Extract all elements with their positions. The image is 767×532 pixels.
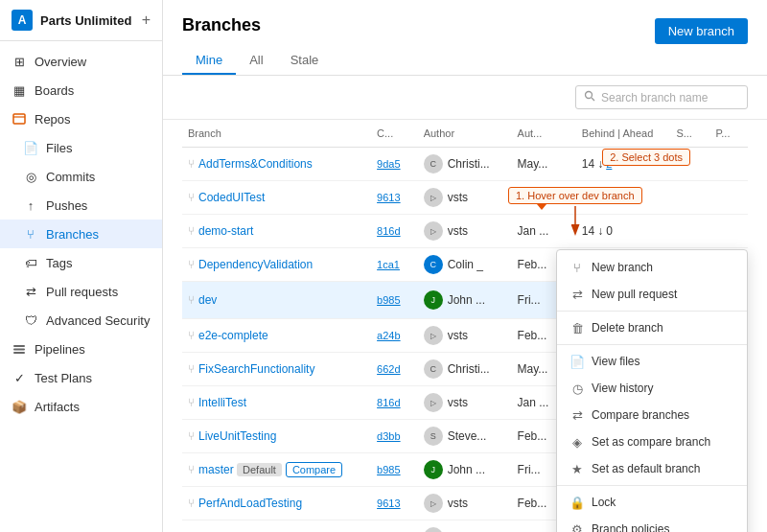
branch-icon: ⑂ xyxy=(188,157,195,171)
col-commit: C... xyxy=(371,120,418,148)
author-name: vsts xyxy=(448,329,468,342)
behind-count: 14 xyxy=(582,191,594,204)
advanced-security-icon: 🛡 xyxy=(23,312,38,328)
menu-item-compare-branches[interactable]: ⇄ Compare branches xyxy=(557,402,747,428)
sidebar-item-test-plans[interactable]: ✓ Test Plans xyxy=(0,363,162,392)
branch-icon: ⑂ xyxy=(188,396,195,409)
sidebar-item-boards-label: Boards xyxy=(35,83,74,98)
sidebar-item-test-plans-label: Test Plans xyxy=(35,371,92,385)
tab-all[interactable]: All xyxy=(236,47,276,75)
menu-item-lock-label: Lock xyxy=(592,496,616,509)
commit-link[interactable]: b985 xyxy=(377,294,400,306)
branch-name[interactable]: e2e-complete xyxy=(198,329,268,342)
branch-icon: ⑂ xyxy=(188,497,195,510)
sidebar-item-commits[interactable]: ◎ Commits xyxy=(0,162,162,191)
branch-icon: ⑂ xyxy=(188,293,195,307)
sidebar-item-branches[interactable]: ⑂ Branches xyxy=(0,220,162,248)
ahead-count[interactable]: 1 xyxy=(606,192,612,203)
new-branch-button[interactable]: New branch xyxy=(655,18,748,44)
menu-item-branch-policies[interactable]: ⚙ Branch policies xyxy=(557,516,747,532)
commit-link[interactable]: 816d xyxy=(377,397,400,408)
branch-name[interactable]: dev xyxy=(198,293,217,307)
branch-name[interactable]: FixSearchFunctionality xyxy=(198,362,314,376)
branch-icon: ⑂ xyxy=(188,463,195,476)
ahead-count[interactable]: 2 xyxy=(606,158,612,170)
separator: ↓ xyxy=(597,157,603,171)
menu-item-delete-branch[interactable]: 🗑 Delete branch 3. Select deletebranch xyxy=(557,314,747,341)
branch-name[interactable]: IntelliTest xyxy=(198,396,246,409)
branch-policies-menu-icon: ⚙ xyxy=(570,522,584,532)
sidebar-item-pull-requests[interactable]: ⇄ Pull requests xyxy=(0,277,162,306)
app-logo: A xyxy=(12,10,33,31)
commit-link[interactable]: d3bb xyxy=(377,430,400,442)
context-menu: ⑂ New branch ⇄ New pull request 🗑 Delete… xyxy=(556,249,748,532)
sidebar: A Parts Unlimited + ⊞ Overview ▦ Boards … xyxy=(0,0,163,532)
sidebar-item-artifacts-label: Artifacts xyxy=(35,400,80,414)
test-plans-icon: ✓ xyxy=(12,370,27,385)
menu-item-set-compare-branch-label: Set as compare branch xyxy=(592,435,710,449)
boards-icon: ▦ xyxy=(12,82,27,98)
branch-name[interactable]: master xyxy=(198,463,234,476)
menu-item-new-pull-request[interactable]: ⇄ New pull request xyxy=(557,281,747,308)
menu-item-new-pull-request-label: New pull request xyxy=(592,288,677,301)
sidebar-item-tags[interactable]: 🏷 Tags xyxy=(0,248,162,277)
search-icon xyxy=(584,90,595,104)
sidebar-item-repos[interactable]: Repos xyxy=(0,104,162,133)
branch-name[interactable]: LiveUnitTesting xyxy=(198,429,276,443)
tab-mine[interactable]: Mine xyxy=(182,47,236,75)
avatar: ▷ xyxy=(424,393,443,412)
branch-name[interactable]: DependencyValidation xyxy=(198,258,313,271)
new-branch-menu-icon: ⑂ xyxy=(570,261,584,274)
commit-link[interactable]: 816d xyxy=(377,225,400,237)
menu-item-new-branch-label: New branch xyxy=(592,261,653,274)
sidebar-item-pull-requests-label: Pull requests xyxy=(46,285,118,299)
page-header: Branches New branch Mine All Stale xyxy=(163,0,767,76)
branch-name[interactable]: PerfAndLoadTesting xyxy=(198,497,302,510)
sidebar-item-files[interactable]: 📄 Files xyxy=(0,133,162,162)
menu-item-view-history[interactable]: ◷ View history xyxy=(557,375,747,402)
sidebar-item-boards[interactable]: ▦ Boards xyxy=(0,76,162,104)
commit-link[interactable]: 662d xyxy=(377,363,400,375)
sidebar-item-pipelines[interactable]: Pipelines xyxy=(0,335,162,363)
menu-item-new-branch[interactable]: ⑂ New branch xyxy=(557,254,747,281)
pushes-icon: ↑ xyxy=(23,197,38,213)
tab-stale[interactable]: Stale xyxy=(277,47,333,75)
date-cell: Feb... xyxy=(512,181,576,215)
compare-tag[interactable]: Compare xyxy=(286,462,342,477)
avatar: C xyxy=(424,255,443,274)
svg-rect-4 xyxy=(13,352,25,354)
commit-link[interactable]: 1ca1 xyxy=(377,259,400,270)
svg-rect-2 xyxy=(13,345,25,347)
search-placeholder: Search branch name xyxy=(601,91,708,104)
commit-link[interactable]: 9613 xyxy=(377,192,400,203)
commit-link[interactable]: 9613 xyxy=(377,497,400,509)
sidebar-item-advanced-security[interactable]: 🛡 Advanced Security xyxy=(0,306,162,335)
branch-name[interactable]: AddTerms&Conditions xyxy=(198,157,313,171)
branch-name[interactable]: demo-start xyxy=(198,224,253,238)
sidebar-item-artifacts[interactable]: 📦 Artifacts xyxy=(0,392,162,421)
compare-branches-menu-icon: ⇄ xyxy=(570,408,584,422)
menu-item-set-compare-branch[interactable]: ◈ Set as compare branch xyxy=(557,428,747,455)
menu-item-view-files[interactable]: 📄 View files xyxy=(557,348,747,375)
search-box[interactable]: Search branch name xyxy=(575,85,748,109)
add-project-icon[interactable]: + xyxy=(142,12,151,29)
commit-link[interactable]: 9da5 xyxy=(377,158,400,170)
commit-link[interactable]: a24b xyxy=(377,330,400,341)
author-name: John ... xyxy=(448,463,485,476)
behind-count: 14 xyxy=(582,157,594,171)
branch-icon: ⑂ xyxy=(188,329,195,342)
menu-item-set-default-branch[interactable]: ★ Set as default branch xyxy=(557,455,747,482)
sidebar-item-overview[interactable]: ⊞ Overview xyxy=(0,47,162,76)
sidebar-item-pipelines-label: Pipelines xyxy=(35,342,85,357)
branch-name[interactable]: CodedUITest xyxy=(198,191,265,204)
commit-link[interactable]: b985 xyxy=(377,464,400,475)
date-cell: May... xyxy=(512,148,576,181)
sidebar-item-pushes[interactable]: ↑ Pushes xyxy=(0,191,162,220)
menu-item-lock[interactable]: 🔒 Lock xyxy=(557,489,747,516)
col-pr: P... xyxy=(709,120,748,148)
ahead-count: 0 xyxy=(606,224,613,238)
page-title: Branches xyxy=(182,15,261,35)
separator: ↓ xyxy=(597,191,603,204)
set-compare-branch-menu-icon: ◈ xyxy=(570,435,584,449)
app-title: Parts Unlimited xyxy=(40,13,131,28)
